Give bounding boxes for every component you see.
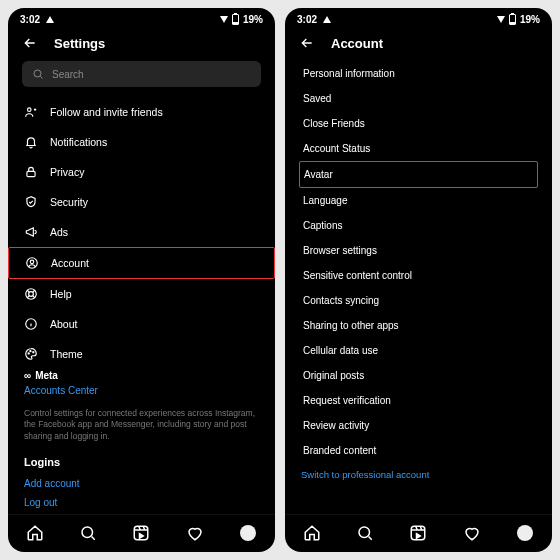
item-label: Close Friends bbox=[303, 118, 365, 129]
search-nav-icon[interactable] bbox=[356, 524, 374, 542]
lock-icon bbox=[24, 165, 38, 179]
activity-icon[interactable] bbox=[463, 524, 481, 542]
settings-item-security[interactable]: Security bbox=[8, 187, 275, 217]
item-label: About bbox=[50, 318, 77, 330]
item-label: Account Status bbox=[303, 143, 370, 154]
account-item-sharing-to-other-apps[interactable]: Sharing to other apps bbox=[285, 313, 552, 338]
settings-item-about[interactable]: About bbox=[8, 309, 275, 339]
item-label: Personal information bbox=[303, 68, 395, 79]
item-label: Ads bbox=[50, 226, 68, 238]
item-label: Saved bbox=[303, 93, 331, 104]
account-item-close-friends[interactable]: Close Friends bbox=[285, 111, 552, 136]
item-label: Branded content bbox=[303, 445, 376, 456]
account-item-language[interactable]: Language bbox=[285, 188, 552, 213]
signal-icon bbox=[497, 16, 505, 23]
svg-rect-2 bbox=[27, 171, 35, 176]
account-item-original-posts[interactable]: Original posts bbox=[285, 363, 552, 388]
person-plus-icon bbox=[24, 105, 38, 119]
settings-item-account[interactable]: Account bbox=[8, 247, 275, 279]
account-item-captions[interactable]: Captions bbox=[285, 213, 552, 238]
meta-logo: ∞Meta bbox=[24, 370, 259, 381]
back-icon[interactable] bbox=[22, 35, 38, 51]
page-title: Settings bbox=[54, 36, 105, 51]
svg-point-4 bbox=[30, 260, 34, 264]
item-label: Language bbox=[303, 195, 348, 206]
battery-icon bbox=[509, 14, 516, 25]
item-label: Cellular data use bbox=[303, 345, 378, 356]
lifebuoy-icon bbox=[24, 287, 38, 301]
bottom-nav bbox=[8, 514, 275, 552]
item-label: Privacy bbox=[50, 166, 84, 178]
account-item-personal-information[interactable]: Personal information bbox=[285, 61, 552, 86]
item-label: Request verification bbox=[303, 395, 391, 406]
account-list: Personal informationSavedClose FriendsAc… bbox=[285, 61, 552, 514]
settings-item-follow-and-invite-friends[interactable]: Follow and invite friends bbox=[8, 97, 275, 127]
battery-pct: 19% bbox=[243, 14, 263, 25]
settings-item-help[interactable]: Help bbox=[8, 279, 275, 309]
account-item-contacts-syncing[interactable]: Contacts syncing bbox=[285, 288, 552, 313]
item-label: Original posts bbox=[303, 370, 364, 381]
battery-pct: 19% bbox=[520, 14, 540, 25]
header: Account bbox=[285, 29, 552, 61]
account-item-review-activity[interactable]: Review activity bbox=[285, 413, 552, 438]
item-label: Notifications bbox=[50, 136, 107, 148]
account-item-browser-settings[interactable]: Browser settings bbox=[285, 238, 552, 263]
item-label: Follow and invite friends bbox=[50, 106, 163, 118]
account-item-request-verification[interactable]: Request verification bbox=[285, 388, 552, 413]
signal-icon bbox=[220, 16, 228, 23]
search-nav-icon[interactable] bbox=[79, 524, 97, 542]
settings-item-ads[interactable]: Ads bbox=[8, 217, 275, 247]
item-label: Sharing to other apps bbox=[303, 320, 399, 331]
home-icon[interactable] bbox=[26, 524, 44, 542]
profile-icon[interactable] bbox=[516, 524, 534, 542]
search-placeholder: Search bbox=[52, 69, 84, 80]
switch-professional-link[interactable]: Switch to professional account bbox=[285, 463, 552, 486]
status-bar: 3:02 19% bbox=[285, 8, 552, 29]
account-item-sensitive-content-control[interactable]: Sensitive content control bbox=[285, 263, 552, 288]
svg-point-8 bbox=[28, 353, 29, 354]
item-label: Browser settings bbox=[303, 245, 377, 256]
add-account-link[interactable]: Add account bbox=[8, 472, 275, 495]
account-item-avatar[interactable]: Avatar bbox=[299, 161, 538, 188]
item-label: Theme bbox=[50, 348, 83, 360]
page-title: Account bbox=[331, 36, 383, 51]
item-label: Review activity bbox=[303, 420, 369, 431]
accounts-center-desc: Control settings for connected experienc… bbox=[8, 406, 275, 450]
user-circle-icon bbox=[25, 256, 39, 270]
status-time: 3:02 bbox=[20, 14, 40, 25]
item-label: Avatar bbox=[304, 169, 333, 180]
palette-icon bbox=[24, 347, 38, 361]
account-item-account-status[interactable]: Account Status bbox=[285, 136, 552, 161]
meta-section: ∞MetaAccounts Center bbox=[8, 370, 275, 406]
reels-icon[interactable] bbox=[132, 524, 150, 542]
account-item-branded-content[interactable]: Branded content bbox=[285, 438, 552, 463]
shield-icon bbox=[24, 195, 38, 209]
back-icon[interactable] bbox=[299, 35, 315, 51]
settings-item-privacy[interactable]: Privacy bbox=[8, 157, 275, 187]
accounts-center-link[interactable]: Accounts Center bbox=[24, 381, 259, 400]
search-input[interactable]: Search bbox=[22, 61, 261, 87]
header: Settings bbox=[8, 29, 275, 61]
svg-point-1 bbox=[28, 108, 32, 112]
svg-point-0 bbox=[34, 70, 41, 77]
warning-icon bbox=[323, 16, 331, 23]
home-icon[interactable] bbox=[303, 524, 321, 542]
profile-icon[interactable] bbox=[239, 524, 257, 542]
status-time: 3:02 bbox=[297, 14, 317, 25]
phone-settings: 3:02 19% Settings Search Follow and invi… bbox=[8, 8, 275, 552]
settings-item-notifications[interactable]: Notifications bbox=[8, 127, 275, 157]
search-icon bbox=[32, 68, 44, 80]
account-item-saved[interactable]: Saved bbox=[285, 86, 552, 111]
logins-header: Logins bbox=[8, 450, 275, 472]
log-out-link[interactable]: Log out bbox=[8, 495, 275, 514]
svg-point-10 bbox=[33, 352, 34, 353]
bottom-nav bbox=[285, 514, 552, 552]
account-item-cellular-data-use[interactable]: Cellular data use bbox=[285, 338, 552, 363]
item-label: Contacts syncing bbox=[303, 295, 379, 306]
battery-icon bbox=[232, 14, 239, 25]
activity-icon[interactable] bbox=[186, 524, 204, 542]
bell-icon bbox=[24, 135, 38, 149]
settings-item-theme[interactable]: Theme bbox=[8, 339, 275, 369]
svg-point-11 bbox=[82, 527, 93, 538]
reels-icon[interactable] bbox=[409, 524, 427, 542]
